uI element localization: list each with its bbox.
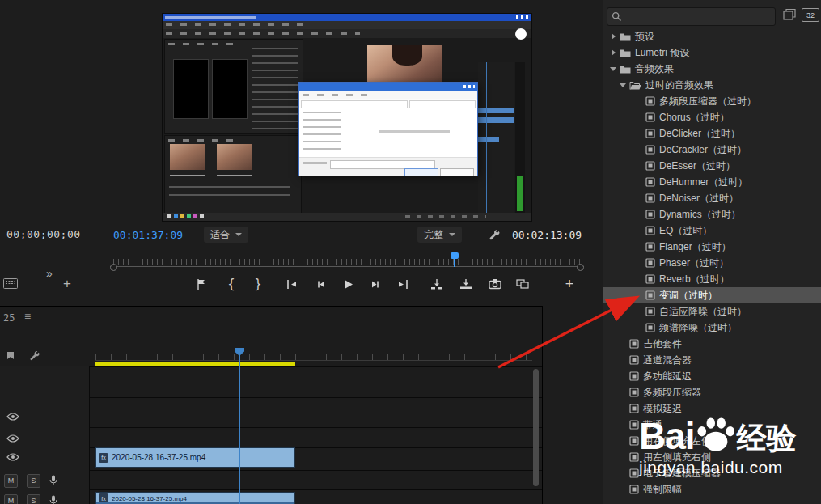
scrollbar-thumb[interactable] xyxy=(533,369,539,486)
effect-tree-item[interactable]: 多频段压缩器 xyxy=(603,384,821,400)
mark-in-button[interactable]: { xyxy=(223,275,239,293)
effect-tree-item[interactable]: Lumetri 预设 xyxy=(603,44,821,61)
comparison-view-button[interactable] xyxy=(514,275,531,293)
effect-tree-item[interactable]: 音频效果 xyxy=(603,61,821,77)
go-to-out-button[interactable] xyxy=(395,275,411,293)
new-custom-bin-icon[interactable] xyxy=(783,8,796,20)
effect-tree-item[interactable]: 预设 xyxy=(603,28,821,44)
scrubber-playhead[interactable] xyxy=(451,252,459,259)
timeline-ruler[interactable] xyxy=(0,307,437,328)
chevron-icon[interactable] xyxy=(635,291,645,299)
track-v2-eye-icon[interactable] xyxy=(6,434,19,443)
hamburger-menu-icon[interactable]: ≡ xyxy=(24,310,31,323)
mute-button[interactable]: M xyxy=(4,474,18,488)
overwrite-button[interactable] xyxy=(458,275,474,293)
effect-tree-item[interactable]: 电子管建模压缩器 xyxy=(603,465,821,481)
chevron-icon[interactable] xyxy=(619,388,629,396)
scrubber-start-handle[interactable] xyxy=(110,264,117,271)
timeline-marker-icon[interactable] xyxy=(6,351,15,362)
export-frame-button[interactable] xyxy=(487,275,503,293)
chevron-icon[interactable] xyxy=(635,210,645,218)
timeline-vertical-scrollbar[interactable] xyxy=(532,369,540,490)
chevron-icon[interactable] xyxy=(635,146,645,154)
pad-icon[interactable] xyxy=(3,278,18,289)
chevron-icon[interactable] xyxy=(619,404,629,413)
effect-tree-item[interactable]: 带通 xyxy=(603,417,821,433)
video-clip[interactable]: fx 2020-05-28 16-37-25.mp4 xyxy=(95,447,295,468)
effect-tree-item[interactable]: 通道混合器 xyxy=(603,352,821,368)
mute-button[interactable]: M xyxy=(4,494,18,504)
play-button[interactable] xyxy=(340,275,356,293)
chevron-icon[interactable] xyxy=(635,97,645,105)
effect-tree-item[interactable]: DeNoiser（过时） xyxy=(603,190,821,206)
effect-tree-item[interactable]: 用左侧填充右侧 xyxy=(603,449,821,465)
scrubber-end-handle[interactable] xyxy=(577,264,584,271)
effect-tree-item[interactable]: DeCrackler（过时） xyxy=(603,142,821,158)
chevron-icon[interactable] xyxy=(635,324,645,332)
chevron-icon[interactable] xyxy=(609,65,620,73)
effect-tree-item[interactable]: 多频段压缩器（过时） xyxy=(603,93,821,109)
track-v1-eye-icon[interactable] xyxy=(6,453,19,461)
chevron-icon[interactable] xyxy=(619,469,629,477)
effect-tree-item[interactable]: DeEsser（过时） xyxy=(603,158,821,174)
settings-wrench-icon[interactable] xyxy=(489,229,501,241)
effect-tree-item[interactable]: Phaser（过时） xyxy=(603,255,821,271)
chevron-icon[interactable] xyxy=(619,453,629,461)
chevron-icon[interactable] xyxy=(635,178,645,186)
effect-tree-item[interactable]: 自适应降噪（过时） xyxy=(603,303,821,320)
chevron-icon[interactable] xyxy=(619,356,629,364)
solo-button[interactable]: S xyxy=(27,474,40,488)
effect-tree-item[interactable]: 强制限幅 xyxy=(603,481,821,498)
track-v3-eye-icon[interactable] xyxy=(6,413,19,421)
effect-tree-item[interactable]: 多功能延迟 xyxy=(603,368,821,384)
chevron-icon[interactable] xyxy=(609,49,620,57)
step-back-button[interactable] xyxy=(312,275,328,293)
effect-tree-item[interactable]: 变调（过时） xyxy=(603,287,821,303)
chevron-icon[interactable] xyxy=(635,129,645,138)
add-marker-button[interactable] xyxy=(193,275,209,293)
chevron-icon[interactable] xyxy=(619,421,629,429)
playback-resolution-dropdown[interactable]: 完整 xyxy=(417,227,462,243)
mic-icon[interactable] xyxy=(49,495,57,504)
chevron-icon[interactable] xyxy=(619,372,629,380)
chevron-icon[interactable] xyxy=(619,437,629,445)
zoom-fit-dropdown[interactable]: 适合 xyxy=(204,227,248,243)
chevron-icon[interactable] xyxy=(635,259,645,267)
chevron-icon[interactable] xyxy=(635,275,645,283)
effect-tree-item[interactable]: Dynamics（过时） xyxy=(603,206,821,222)
chevron-icon[interactable] xyxy=(635,194,645,202)
effect-tree-item[interactable]: Chorus（过时） xyxy=(603,109,821,125)
chevron-icon[interactable] xyxy=(619,340,629,348)
chevron-icon[interactable] xyxy=(609,32,620,40)
chevron-icon[interactable] xyxy=(635,227,645,235)
effect-tree-item[interactable]: EQ（过时） xyxy=(603,222,821,239)
add-panel-button[interactable]: + xyxy=(63,276,71,292)
work-area-bar[interactable] xyxy=(95,362,295,366)
effect-tree-item[interactable]: Reverb（过时） xyxy=(603,271,821,287)
button-editor-add-button[interactable]: + xyxy=(561,275,578,293)
effects-search-input[interactable] xyxy=(625,8,774,25)
effect-tree-item[interactable]: 频谱降噪（过时） xyxy=(603,320,821,336)
timeline-settings-wrench-icon[interactable] xyxy=(29,350,40,362)
chevron-icon[interactable] xyxy=(635,243,645,251)
chevron-icon[interactable] xyxy=(619,485,629,493)
effect-tree-item[interactable]: DeClicker（过时） xyxy=(603,125,821,142)
effect-tree-item[interactable]: 过时的音频效果 xyxy=(603,77,821,93)
solo-button[interactable]: S xyxy=(27,494,40,504)
more-panels-icon[interactable]: » xyxy=(46,267,53,280)
effect-tree-item[interactable]: 吉他套件 xyxy=(603,336,821,352)
step-forward-button[interactable] xyxy=(367,275,383,293)
effect-tree-item[interactable]: 模拟延迟 xyxy=(603,400,821,417)
go-to-in-button[interactable] xyxy=(283,275,299,293)
chevron-icon[interactable] xyxy=(635,162,645,170)
chevron-icon[interactable] xyxy=(619,81,629,89)
mark-out-button[interactable]: } xyxy=(250,275,266,293)
effect-tree-item[interactable]: Flanger（过时） xyxy=(603,239,821,255)
effects-search-box[interactable] xyxy=(607,7,776,26)
chevron-icon[interactable] xyxy=(635,113,645,121)
bit-depth-32-badge[interactable]: 32 xyxy=(802,8,819,22)
insert-button[interactable] xyxy=(429,275,445,293)
effect-tree-item[interactable]: DeHummer（过时） xyxy=(603,174,821,190)
mic-icon[interactable] xyxy=(49,475,57,486)
program-scrubber[interactable] xyxy=(110,252,584,272)
